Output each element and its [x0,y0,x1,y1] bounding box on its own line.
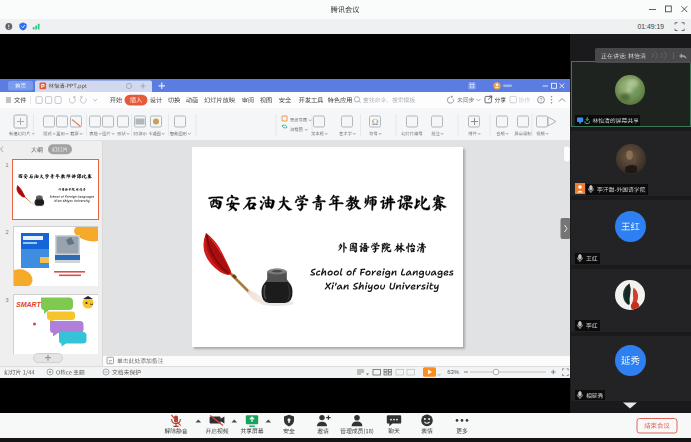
svg-text:SMART: SMART [16,300,41,307]
svg-text:01:49:19: 01:49:19 [638,23,665,30]
svg-text:Ω: Ω [372,117,379,127]
svg-text:2: 2 [5,229,8,235]
svg-text:P: P [41,83,45,89]
svg-text:63%: 63% [447,369,459,375]
svg-text:?: ? [540,97,543,103]
svg-text:1: 1 [5,162,8,168]
svg-text:3: 3 [5,297,8,303]
